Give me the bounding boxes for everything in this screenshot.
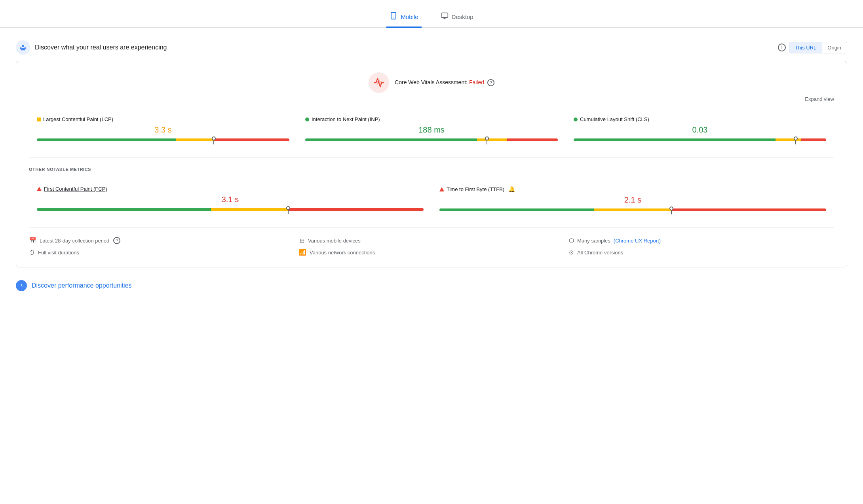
ttfb-bar-marker [669,207,673,214]
metric-cls: Cumulative Layout Shift (CLS) 0.03 [566,110,834,148]
chrome-icon: ⊙ [569,249,574,256]
footer-samples-text: Many samples [577,238,610,244]
tab-desktop[interactable]: Desktop [437,7,477,28]
tab-desktop-label: Desktop [452,13,473,20]
section-info-icon[interactable]: i [778,44,786,51]
clock-icon: ⏱ [29,249,35,256]
devices-icon: 🖥 [299,237,305,244]
footer-durations-text: Full visit durations [38,250,79,256]
ttfb-marker-line [671,210,672,214]
cls-bar-red [801,138,826,141]
metric-ttfb-link[interactable]: Time to First Byte (TTFB) [447,186,504,192]
section-header-right: i This URL Origin [778,42,847,53]
cls-bar-segments [574,138,826,141]
metric-inp-value: 188 ms [305,125,558,135]
metric-ttfb: Time to First Byte (TTFB) 🔔 2.1 s [432,180,834,218]
cls-bar-marker [794,136,798,144]
lcp-indicator [37,117,41,121]
footer-chrome-text: All Chrome versions [577,250,623,256]
footer-chrome: ⊙ All Chrome versions [569,249,834,256]
metric-ttfb-label: Time to First Byte (TTFB) 🔔 [439,186,826,192]
metric-lcp-bar [37,138,289,141]
section-title: Discover what your real users are experi… [35,44,167,51]
lcp-marker-pin [212,136,216,140]
assessment-title-text: Core Web Vitals Assessment: Failed ? [395,79,494,86]
cwv-card: Core Web Vitals Assessment: Failed ? Exp… [16,61,847,267]
crux-report-link[interactable]: (Chrome UX Report) [614,238,661,244]
fcp-marker-line [288,210,289,214]
tab-mobile-label: Mobile [401,13,418,20]
ttfb-bar-green [439,208,594,211]
metric-fcp-label: First Contentful Paint (FCP) [37,186,424,192]
inp-indicator [305,117,309,121]
assessment-status: Failed [469,79,484,85]
url-toggle-origin[interactable]: Origin [822,42,847,53]
fcp-bar-green [37,208,211,211]
lcp-bar-segments [37,138,289,141]
assessment-help-icon[interactable]: ? [487,79,494,86]
metric-lcp-link[interactable]: Largest Contentful Paint (LCP) [43,116,113,122]
ttfb-bar-red [671,208,826,211]
inp-bar-marker [485,136,489,144]
ttfb-bar-orange [594,208,671,211]
ttfb-bar-segments [439,208,826,211]
assessment-header: Core Web Vitals Assessment: Failed ? [29,72,834,93]
url-toggle: This URL Origin [789,42,847,53]
mobile-tab-icon [390,12,397,22]
section-header-left: Discover what your real users are experi… [16,40,167,55]
metric-ttfb-value: 2.1 s [439,195,826,205]
bottom-section: Discover performance opportunities [0,280,863,291]
metric-fcp: First Contentful Paint (FCP) 3.1 s [29,180,432,218]
cls-indicator [574,117,578,121]
tab-mobile[interactable]: Mobile [386,7,421,28]
inp-bar-green [305,138,477,141]
metric-fcp-value: 3.1 s [37,195,424,204]
lcp-marker-line [213,140,214,144]
fcp-indicator [37,187,42,191]
footer-devices: 🖥 Various mobile devices [299,237,564,244]
wifi-icon: 📶 [299,249,306,256]
metric-cls-value: 0.03 [574,125,826,135]
fcp-bar-red [288,208,424,211]
url-toggle-this[interactable]: This URL [789,42,822,53]
tabs-container: Mobile Desktop [0,0,863,28]
metric-lcp: Largest Contentful Paint (LCP) 3.3 s [29,110,297,148]
metric-inp: Interaction to Next Paint (INP) 188 ms [297,110,566,148]
assessment-prefix: Core Web Vitals Assessment: [395,79,469,85]
svg-rect-0 [392,13,396,19]
inp-bar-segments [305,138,558,141]
svg-point-7 [24,47,26,49]
ttfb-indicator [439,187,444,191]
metric-cls-link[interactable]: Cumulative Layout Shift (CLS) [580,116,649,122]
footer-durations: ⏱ Full visit durations [29,249,294,256]
metric-inp-link[interactable]: Interaction to Next Paint (INP) [312,116,380,122]
footer-samples: ⬡ Many samples (Chrome UX Report) [569,237,834,244]
footer-collection-period: 📅 Latest 28-day collection period ? [29,237,294,244]
cls-marker-pin [794,136,798,140]
metric-ttfb-bar [439,208,826,211]
footer-devices-text: Various mobile devices [308,238,361,244]
metric-inp-label: Interaction to Next Paint (INP) [305,116,558,122]
fcp-marker-pin [286,206,290,210]
inp-marker-line [487,140,487,144]
footer-collection-text: Latest 28-day collection period [40,238,109,244]
assessment-fail-icon [369,72,389,93]
metric-lcp-value: 3.3 s [37,125,289,135]
collection-help-icon[interactable]: ? [113,237,120,244]
svg-point-6 [20,47,22,49]
expand-view-button[interactable]: Expand view [29,96,834,102]
desktop-tab-icon [441,12,449,22]
section-header: Discover what your real users are experi… [0,40,863,55]
metric-fcp-link[interactable]: First Contentful Paint (FCP) [44,186,107,192]
lcp-bar-orange [176,138,214,141]
bottom-section-label: Discover performance opportunities [32,282,132,289]
inp-bar-orange [477,138,508,141]
metric-cls-label: Cumulative Layout Shift (CLS) [574,116,826,122]
footer-network-text: Various network connections [310,250,375,256]
fcp-bar-segments [37,208,424,211]
footer-network: 📶 Various network connections [299,249,564,256]
metric-cls-bar [574,138,826,141]
lcp-bar-green [37,138,176,141]
footer-info: 📅 Latest 28-day collection period ? 🖥 Va… [29,237,834,256]
bottom-section-icon [16,280,27,291]
